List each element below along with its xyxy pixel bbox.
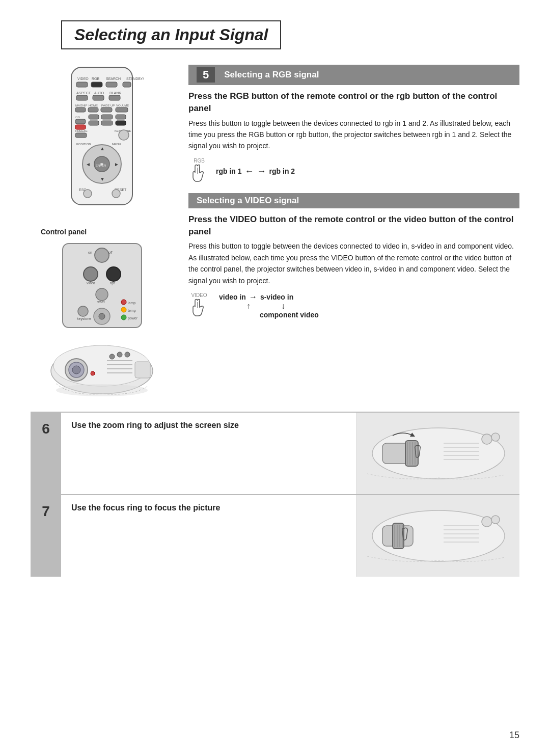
svg-point-82: [117, 352, 122, 357]
svg-text:MENU: MENU: [112, 143, 121, 146]
svg-text:POSITION: POSITION: [76, 143, 91, 146]
remote-control-image: VIDEO RGB SEARCH STANDBY/ ASPECT AUTO BL…: [51, 65, 153, 223]
svg-text:power: power: [128, 316, 138, 320]
svg-point-70: [99, 313, 105, 319]
svg-rect-25: [75, 119, 86, 124]
video-header-text: Selecting a VIDEO signal: [197, 196, 299, 206]
page: Selecting an Input Signal VIDEO RGB SEAR…: [0, 0, 550, 756]
control-panel-label: Control panel: [41, 228, 87, 236]
svg-rect-22: [116, 107, 128, 112]
svg-text:off: off: [108, 251, 113, 254]
right-arrow-icon: →: [257, 166, 266, 177]
svg-rect-20: [88, 107, 98, 112]
section6: 6 Use the zoom ring to adjust the screen…: [31, 412, 519, 494]
bottom-sections: 6 Use the zoom ring to adjust the screen…: [31, 412, 519, 577]
svg-point-61: [78, 306, 88, 316]
svg-text:STANDBY/: STANDBY/: [126, 77, 144, 80]
video-hand-icon: [188, 298, 210, 319]
video-section-header: Selecting a VIDEO signal: [188, 193, 519, 208]
control-panel-image: on off video rgb reset keystone lamp tem…: [58, 241, 147, 330]
svg-text:FREEZE: FREEZE: [75, 129, 88, 132]
svg-text:PAGE UP: PAGE UP: [101, 104, 115, 107]
rgb-section-header: 5 Selecting a RGB signal: [188, 65, 519, 85]
svg-text:VIDEO: VIDEO: [77, 77, 89, 80]
svg-point-103: [482, 434, 492, 444]
svg-point-55: [84, 267, 98, 281]
svg-text:video: video: [87, 281, 95, 285]
rgb-in2-label: rgb in 2: [269, 167, 295, 175]
svg-rect-80: [135, 362, 150, 378]
section7-content: Use the focus ring to focus the picture: [61, 495, 356, 577]
rgb-instruction-title: Press the RGB button of the remote contr…: [188, 90, 519, 115]
svg-text:keystone: keystone: [77, 317, 91, 321]
svg-text:MAGNIF: MAGNIF: [75, 104, 88, 107]
page-number: 15: [509, 730, 519, 741]
svg-rect-12: [76, 95, 88, 100]
svg-rect-14: [109, 95, 120, 100]
page-title-box: Selecting an Input Signal: [61, 20, 281, 49]
rgb-hand-icon: [188, 164, 210, 185]
svg-rect-31: [101, 121, 113, 125]
rgb-label: RGB: [194, 158, 205, 164]
svg-rect-8: [123, 82, 131, 87]
video-down-arrow-icon: ↓: [281, 302, 285, 311]
svg-point-63: [121, 300, 126, 305]
rgb-header-text: Selecting a RGB signal: [224, 70, 319, 80]
video-up-arrow-icon: ↑: [246, 302, 251, 311]
section7-image: [356, 495, 519, 577]
svg-point-118: [491, 516, 500, 524]
left-column: VIDEO RGB SEARCH STANDBY/ ASPECT AUTO BL…: [31, 65, 173, 401]
svg-rect-35: [75, 133, 87, 138]
svg-rect-13: [93, 95, 104, 100]
svg-point-65: [121, 315, 126, 320]
zoom-ring-image: [362, 418, 515, 489]
svg-text:ASPECT: ASPECT: [76, 91, 91, 95]
svg-text:▲: ▲: [100, 146, 105, 151]
section6-number: 6: [42, 421, 50, 437]
rgb-instruction-body: Press this button to toggle between the …: [188, 118, 519, 152]
right-column: 5 Selecting a RGB signal Press the RGB b…: [188, 65, 519, 401]
section7-number: 7: [42, 503, 50, 520]
section5-number: 5: [197, 67, 215, 83]
s-video-in-label: s-video in: [260, 293, 293, 301]
svg-rect-6: [91, 82, 102, 87]
video-diagram: VIDEO video in → s-video in: [188, 292, 519, 319]
left-arrow-icon: ←: [245, 166, 254, 177]
svg-text:AUTO: AUTO: [94, 91, 104, 95]
svg-rect-5: [76, 82, 88, 87]
section6-number-box: 6: [31, 413, 61, 494]
svg-text:HOME: HOME: [89, 104, 98, 107]
video-arrow-right-icon: →: [249, 292, 257, 302]
svg-text:BLANK: BLANK: [109, 91, 121, 95]
section6-content: Use the zoom ring to adjust the screen s…: [61, 413, 356, 494]
svg-rect-30: [89, 121, 99, 125]
component-video-label: component video: [260, 311, 319, 319]
svg-text:VOLUME: VOLUME: [116, 104, 129, 107]
svg-text:◄: ◄: [86, 161, 91, 167]
svg-point-49: [112, 190, 120, 198]
projector-image: [41, 335, 163, 401]
video-diagram-row1: VIDEO video in → s-video in: [188, 292, 519, 319]
svg-point-104: [491, 433, 500, 441]
svg-rect-29: [116, 115, 126, 119]
svg-point-48: [84, 190, 92, 198]
svg-point-83: [125, 352, 130, 357]
svg-point-75: [72, 366, 80, 374]
svg-text:►: ►: [114, 161, 119, 167]
svg-point-52: [95, 248, 109, 262]
rgb-arrow-line: rgb in 1 ← → rgb in 2: [216, 166, 295, 177]
section7-text: Use the focus ring to focus the picture: [71, 503, 346, 512]
main-content: VIDEO RGB SEARCH STANDBY/ ASPECT AUTO BL…: [31, 65, 519, 401]
video-in-label: video in: [219, 293, 246, 301]
video-instruction-title: Press the VIDEO button of the remote con…: [188, 213, 519, 238]
svg-rect-21: [101, 107, 112, 112]
svg-point-81: [109, 354, 115, 359]
svg-rect-28: [101, 115, 113, 119]
svg-text:reset: reset: [97, 300, 105, 304]
svg-rect-32: [116, 121, 126, 125]
svg-text:SEARCH: SEARCH: [106, 77, 121, 80]
page-title: Selecting an Input Signal: [74, 25, 268, 44]
rgb-diagram: RGB rgb in 1 ← → rgb in 2: [188, 158, 519, 185]
video-label-small: VIDEO: [191, 292, 207, 298]
svg-text:temp: temp: [128, 309, 136, 313]
